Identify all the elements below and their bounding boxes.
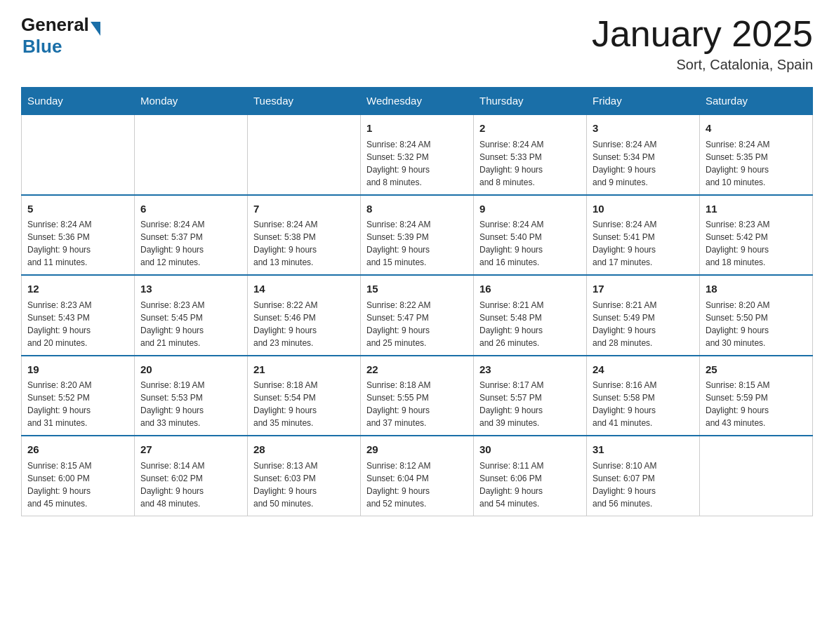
day-number: 27 — [140, 442, 241, 458]
calendar-cell: 9Sunrise: 8:24 AMSunset: 5:40 PMDaylight… — [474, 195, 587, 276]
weekday-header-tuesday: Tuesday — [248, 88, 361, 115]
calendar-cell: 23Sunrise: 8:17 AMSunset: 5:57 PMDayligh… — [474, 356, 587, 436]
day-info: Sunrise: 8:17 AMSunset: 5:57 PMDaylight:… — [479, 379, 581, 429]
day-info: Sunrise: 8:23 AMSunset: 5:42 PMDaylight:… — [706, 218, 807, 269]
calendar-cell: 14Sunrise: 8:22 AMSunset: 5:46 PMDayligh… — [248, 275, 361, 356]
week-row-4: 19Sunrise: 8:20 AMSunset: 5:52 PMDayligh… — [22, 356, 813, 436]
weekday-header-sunday: Sunday — [22, 88, 135, 115]
day-number: 2 — [479, 121, 581, 137]
weekday-header-saturday: Saturday — [700, 88, 813, 115]
day-info: Sunrise: 8:24 AMSunset: 5:32 PMDaylight:… — [366, 138, 468, 189]
calendar-cell: 13Sunrise: 8:23 AMSunset: 5:45 PMDayligh… — [135, 275, 248, 356]
day-info: Sunrise: 8:12 AMSunset: 6:04 PMDaylight:… — [366, 459, 468, 510]
day-info: Sunrise: 8:21 AMSunset: 5:48 PMDaylight:… — [479, 299, 581, 349]
calendar-cell: 1Sunrise: 8:24 AMSunset: 5:32 PMDaylight… — [361, 114, 474, 195]
weekday-header-wednesday: Wednesday — [361, 88, 474, 115]
day-info: Sunrise: 8:24 AMSunset: 5:41 PMDaylight:… — [593, 218, 694, 269]
day-info: Sunrise: 8:13 AMSunset: 6:03 PMDaylight:… — [253, 459, 355, 510]
day-number: 25 — [706, 362, 807, 378]
calendar-cell: 16Sunrise: 8:21 AMSunset: 5:48 PMDayligh… — [474, 275, 587, 356]
day-number: 28 — [253, 442, 355, 458]
calendar-cell: 19Sunrise: 8:20 AMSunset: 5:52 PMDayligh… — [22, 356, 135, 436]
day-info: Sunrise: 8:22 AMSunset: 5:47 PMDaylight:… — [366, 299, 468, 349]
calendar-cell: 29Sunrise: 8:12 AMSunset: 6:04 PMDayligh… — [361, 436, 474, 516]
day-info: Sunrise: 8:10 AMSunset: 6:07 PMDaylight:… — [593, 459, 694, 510]
day-number: 14 — [253, 281, 355, 297]
logo-general-text: General — [21, 14, 89, 36]
day-number: 26 — [27, 442, 128, 458]
week-row-5: 26Sunrise: 8:15 AMSunset: 6:00 PMDayligh… — [22, 436, 813, 516]
day-info: Sunrise: 8:24 AMSunset: 5:34 PMDaylight:… — [593, 138, 694, 189]
calendar-cell: 4Sunrise: 8:24 AMSunset: 5:35 PMDaylight… — [700, 114, 813, 195]
calendar-cell: 27Sunrise: 8:14 AMSunset: 6:02 PMDayligh… — [135, 436, 248, 516]
day-number: 17 — [593, 281, 694, 297]
title-section: January 2025 Sort, Catalonia, Spain — [592, 14, 813, 73]
weekday-header-friday: Friday — [587, 88, 700, 115]
logo-blue-text: Blue — [22, 36, 100, 58]
day-number: 12 — [27, 281, 128, 297]
day-info: Sunrise: 8:21 AMSunset: 5:49 PMDaylight:… — [593, 299, 694, 349]
calendar-cell: 20Sunrise: 8:19 AMSunset: 5:53 PMDayligh… — [135, 356, 248, 436]
day-number: 29 — [366, 442, 468, 458]
day-number: 20 — [140, 362, 241, 378]
page-header: General Blue January 2025 Sort, Cataloni… — [21, 14, 813, 73]
day-number: 23 — [479, 362, 581, 378]
calendar-cell: 24Sunrise: 8:16 AMSunset: 5:58 PMDayligh… — [587, 356, 700, 436]
calendar-cell: 12Sunrise: 8:23 AMSunset: 5:43 PMDayligh… — [22, 275, 135, 356]
day-info: Sunrise: 8:23 AMSunset: 5:43 PMDaylight:… — [27, 299, 128, 349]
day-info: Sunrise: 8:20 AMSunset: 5:52 PMDaylight:… — [27, 379, 128, 429]
day-number: 15 — [366, 281, 468, 297]
day-number: 1 — [366, 121, 468, 137]
calendar-cell: 3Sunrise: 8:24 AMSunset: 5:34 PMDaylight… — [587, 114, 700, 195]
day-number: 11 — [706, 201, 807, 217]
logo: General Blue — [21, 14, 100, 58]
calendar-cell: 15Sunrise: 8:22 AMSunset: 5:47 PMDayligh… — [361, 275, 474, 356]
calendar-cell: 2Sunrise: 8:24 AMSunset: 5:33 PMDaylight… — [474, 114, 587, 195]
calendar-table: SundayMondayTuesdayWednesdayThursdayFrid… — [21, 87, 813, 516]
day-number: 16 — [479, 281, 581, 297]
day-info: Sunrise: 8:22 AMSunset: 5:46 PMDaylight:… — [253, 299, 355, 349]
day-number: 7 — [253, 201, 355, 217]
calendar-cell: 7Sunrise: 8:24 AMSunset: 5:38 PMDaylight… — [248, 195, 361, 276]
calendar-cell: 25Sunrise: 8:15 AMSunset: 5:59 PMDayligh… — [700, 356, 813, 436]
weekday-header-thursday: Thursday — [474, 88, 587, 115]
day-number: 19 — [27, 362, 128, 378]
calendar-title: January 2025 — [592, 14, 813, 54]
day-info: Sunrise: 8:11 AMSunset: 6:06 PMDaylight:… — [479, 459, 581, 510]
calendar-cell: 10Sunrise: 8:24 AMSunset: 5:41 PMDayligh… — [587, 195, 700, 276]
day-number: 24 — [593, 362, 694, 378]
day-info: Sunrise: 8:16 AMSunset: 5:58 PMDaylight:… — [593, 379, 694, 429]
calendar-cell: 21Sunrise: 8:18 AMSunset: 5:54 PMDayligh… — [248, 356, 361, 436]
calendar-cell: 31Sunrise: 8:10 AMSunset: 6:07 PMDayligh… — [587, 436, 700, 516]
day-number: 18 — [706, 281, 807, 297]
day-number: 5 — [27, 201, 128, 217]
day-number: 3 — [593, 121, 694, 137]
day-info: Sunrise: 8:24 AMSunset: 5:35 PMDaylight:… — [706, 138, 807, 189]
calendar-cell — [22, 114, 135, 195]
calendar-cell: 17Sunrise: 8:21 AMSunset: 5:49 PMDayligh… — [587, 275, 700, 356]
week-row-3: 12Sunrise: 8:23 AMSunset: 5:43 PMDayligh… — [22, 275, 813, 356]
day-number: 8 — [366, 201, 468, 217]
day-info: Sunrise: 8:18 AMSunset: 5:55 PMDaylight:… — [366, 379, 468, 429]
calendar-subtitle: Sort, Catalonia, Spain — [592, 57, 813, 73]
day-number: 9 — [479, 201, 581, 217]
day-info: Sunrise: 8:14 AMSunset: 6:02 PMDaylight:… — [140, 459, 241, 510]
calendar-cell: 30Sunrise: 8:11 AMSunset: 6:06 PMDayligh… — [474, 436, 587, 516]
calendar-cell: 8Sunrise: 8:24 AMSunset: 5:39 PMDaylight… — [361, 195, 474, 276]
day-number: 30 — [479, 442, 581, 458]
day-number: 10 — [593, 201, 694, 217]
day-info: Sunrise: 8:24 AMSunset: 5:33 PMDaylight:… — [479, 138, 581, 189]
calendar-cell: 5Sunrise: 8:24 AMSunset: 5:36 PMDaylight… — [22, 195, 135, 276]
week-row-1: 1Sunrise: 8:24 AMSunset: 5:32 PMDaylight… — [22, 114, 813, 195]
weekday-header-row: SundayMondayTuesdayWednesdayThursdayFrid… — [22, 88, 813, 115]
calendar-cell: 6Sunrise: 8:24 AMSunset: 5:37 PMDaylight… — [135, 195, 248, 276]
day-info: Sunrise: 8:24 AMSunset: 5:38 PMDaylight:… — [253, 218, 355, 269]
day-number: 6 — [140, 201, 241, 217]
day-number: 22 — [366, 362, 468, 378]
calendar-cell: 26Sunrise: 8:15 AMSunset: 6:00 PMDayligh… — [22, 436, 135, 516]
calendar-cell: 22Sunrise: 8:18 AMSunset: 5:55 PMDayligh… — [361, 356, 474, 436]
calendar-cell — [248, 114, 361, 195]
calendar-cell — [700, 436, 813, 516]
day-info: Sunrise: 8:24 AMSunset: 5:40 PMDaylight:… — [479, 218, 581, 269]
logo-triangle-icon — [91, 22, 100, 36]
